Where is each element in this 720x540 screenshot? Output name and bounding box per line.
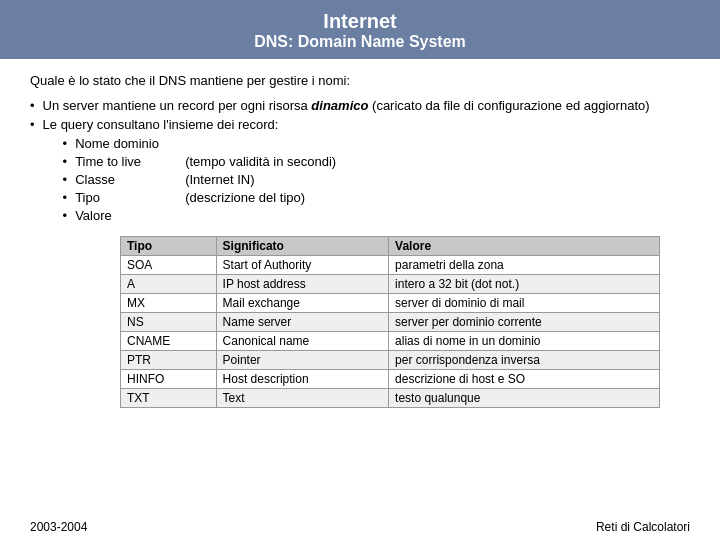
table-cell-0-0: SOA	[121, 256, 217, 275]
table-row: TXTTexttesto qualunque	[121, 389, 660, 408]
sub-bullet-dot-1: •	[63, 154, 68, 169]
page: Internet DNS: Domain Name System Quale è…	[0, 0, 720, 540]
table-cell-6-0: HINFO	[121, 370, 217, 389]
sub-bullet-dot-2: •	[63, 172, 68, 187]
footer-label: Reti di Calcolatori	[596, 520, 690, 534]
sub-bullet-item-2: • Classe (Internet IN)	[63, 172, 337, 187]
sub-bullet-desc-1: (tempo validità in secondi)	[185, 154, 336, 169]
table-cell-5-2: per corrispondenza inversa	[389, 351, 660, 370]
bullet-dot-1: •	[30, 98, 35, 113]
table-cell-0-2: parametri della zona	[389, 256, 660, 275]
bullet-section: • Un server mantiene un record per ogni …	[30, 98, 690, 226]
table-cell-1-2: intero a 32 bit (dot not.)	[389, 275, 660, 294]
footer: 2003-2004 Reti di Calcolatori	[0, 514, 720, 540]
table-cell-5-0: PTR	[121, 351, 217, 370]
table-cell-6-2: descrizione di host e SO	[389, 370, 660, 389]
table-cell-4-0: CNAME	[121, 332, 217, 351]
bullet-item-1: • Un server mantiene un record per ogni …	[30, 98, 690, 113]
dns-table: Tipo Significato Valore SOAStart of Auth…	[120, 236, 660, 408]
table-body: SOAStart of Authorityparametri della zon…	[121, 256, 660, 408]
sub-bullet-item-0: • Nome dominio	[63, 136, 337, 151]
table-cell-2-2: server di dominio di mail	[389, 294, 660, 313]
sub-bullet-dot-0: •	[63, 136, 68, 151]
sub-bullet-dot-4: •	[63, 208, 68, 223]
header: Internet DNS: Domain Name System	[0, 0, 720, 59]
table-cell-4-1: Canonical name	[216, 332, 389, 351]
table-cell-7-2: testo qualunque	[389, 389, 660, 408]
table-cell-4-2: alias di nome in un dominio	[389, 332, 660, 351]
table-cell-1-1: IP host address	[216, 275, 389, 294]
col-header-significato: Significato	[216, 237, 389, 256]
sub-bullet-desc-2: (Internet IN)	[185, 172, 254, 187]
sub-bullet-label-3: Tipo	[75, 190, 185, 205]
bullet-text-1: Un server mantiene un record per ogni ri…	[43, 98, 650, 113]
table-row: SOAStart of Authorityparametri della zon…	[121, 256, 660, 275]
sub-bullet-label-2: Classe	[75, 172, 185, 187]
table-cell-2-1: Mail exchange	[216, 294, 389, 313]
table-head: Tipo Significato Valore	[121, 237, 660, 256]
bullet-text-before: Un server mantiene un record per ogni ri…	[43, 98, 312, 113]
table-row: CNAMECanonical namealias di nome in un d…	[121, 332, 660, 351]
table-cell-3-0: NS	[121, 313, 217, 332]
sub-bullet-item-4: • Valore	[63, 208, 337, 223]
table-container: Tipo Significato Valore SOAStart of Auth…	[120, 236, 660, 408]
table-cell-7-0: TXT	[121, 389, 217, 408]
table-cell-6-1: Host description	[216, 370, 389, 389]
table-cell-3-1: Name server	[216, 313, 389, 332]
table-row: AIP host addressintero a 32 bit (dot not…	[121, 275, 660, 294]
col-header-tipo: Tipo	[121, 237, 217, 256]
bullet-item-2-content: Le query consultano l'insieme dei record…	[43, 117, 337, 226]
sub-bullet-label-4: Valore	[75, 208, 185, 223]
header-subtitle: DNS: Domain Name System	[0, 33, 720, 51]
table-cell-2-0: MX	[121, 294, 217, 313]
sub-bullet-label-0: Nome dominio	[75, 136, 185, 151]
sub-bullet-dot-3: •	[63, 190, 68, 205]
sub-bullet-item-1: • Time to live (tempo validità in second…	[63, 154, 337, 169]
sub-bullet-label-1: Time to live	[75, 154, 185, 169]
table-row: MXMail exchangeserver di dominio di mail	[121, 294, 660, 313]
col-header-valore: Valore	[389, 237, 660, 256]
intro-text: Quale è lo stato che il DNS mantiene per…	[30, 73, 690, 88]
sub-bullets: • Nome dominio • Time to live (tempo val…	[63, 136, 337, 223]
table-header-row: Tipo Significato Valore	[121, 237, 660, 256]
table-cell-7-1: Text	[216, 389, 389, 408]
table-row: HINFOHost descriptiondescrizione di host…	[121, 370, 660, 389]
bullet-text-after: (caricato da file di configurazione ed a…	[368, 98, 649, 113]
table-row: NSName serverserver per dominio corrente	[121, 313, 660, 332]
footer-year: 2003-2004	[30, 520, 87, 534]
table-cell-0-1: Start of Authority	[216, 256, 389, 275]
header-title: Internet	[0, 10, 720, 33]
bullet-dot-2: •	[30, 117, 35, 132]
sub-bullet-desc-3: (descrizione del tipo)	[185, 190, 305, 205]
bullet-highlight: dinamico	[311, 98, 368, 113]
table-cell-3-2: server per dominio corrente	[389, 313, 660, 332]
table-cell-5-1: Pointer	[216, 351, 389, 370]
bullet-item-2: • Le query consultano l'insieme dei reco…	[30, 117, 690, 226]
content: Quale è lo stato che il DNS mantiene per…	[0, 59, 720, 514]
sub-bullet-item-3: • Tipo (descrizione del tipo)	[63, 190, 337, 205]
table-row: PTRPointerper corrispondenza inversa	[121, 351, 660, 370]
table-cell-1-0: A	[121, 275, 217, 294]
bullet-text-2: Le query consultano l'insieme dei record…	[43, 117, 279, 132]
